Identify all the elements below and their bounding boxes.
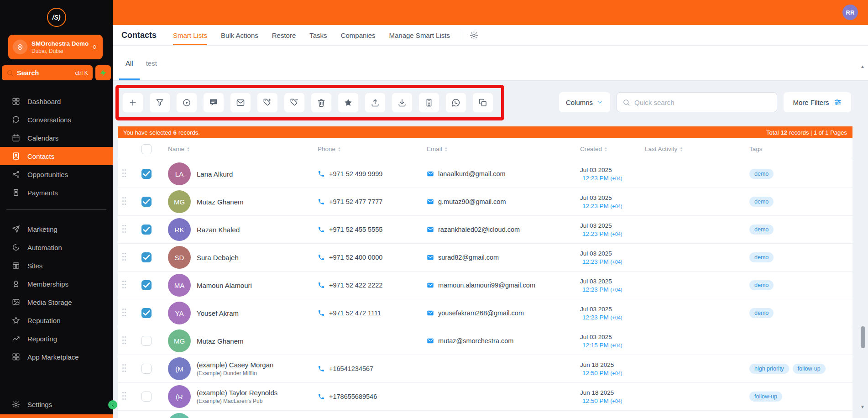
toolbar-remove-tag-button[interactable]	[284, 93, 305, 113]
sort-last-activity-icon[interactable]: ▲▼	[680, 146, 683, 152]
table-row[interactable]: MG Mutaz Ghanem mutaz@smorchestra.com Ju…	[118, 327, 852, 355]
drag-handle[interactable]	[122, 336, 127, 346]
toolbar-filter-button[interactable]	[149, 93, 170, 113]
toolbar-start-automation-button[interactable]	[176, 93, 197, 113]
drag-handle[interactable]	[122, 253, 127, 262]
sidebar-item-reputation[interactable]: Reputation	[0, 311, 113, 329]
nav-item-bulk-actions[interactable]: Bulk Actions	[221, 25, 258, 45]
sidebar-item-dashboard[interactable]: Dashboard	[0, 92, 113, 110]
toolbar-send-sms-button[interactable]	[203, 93, 224, 113]
toolbar-import-contacts-button[interactable]	[392, 93, 413, 113]
contact-name[interactable]: Razan Khaled	[197, 226, 240, 234]
sidebar-item-memberships[interactable]: Memberships	[0, 275, 113, 293]
sidebar-item-reporting[interactable]: Reporting	[0, 329, 113, 348]
sidebar-item-contacts[interactable]: Contacts	[0, 147, 113, 165]
toolbar-send-email-button[interactable]	[230, 93, 251, 113]
sort-phone-icon[interactable]: ▲▼	[338, 146, 341, 152]
drag-handle[interactable]	[122, 308, 127, 318]
contact-phone[interactable]: +16541234567	[329, 365, 373, 372]
scrollbar-thumb[interactable]	[861, 326, 865, 348]
tag-pill[interactable]: demo	[749, 280, 774, 290]
sidebar-item-sites[interactable]: Sites	[0, 256, 113, 275]
drag-handle[interactable]	[122, 392, 127, 402]
toolbar-export-contacts-button[interactable]	[365, 93, 386, 113]
row-checkbox[interactable]	[141, 364, 152, 374]
contact-name[interactable]: Lana Alkurd	[197, 170, 233, 178]
contact-email[interactable]: surad82@gmail.com	[438, 254, 499, 261]
sort-created-icon[interactable]: ▲▼	[604, 146, 607, 152]
contact-email[interactable]: yousefakram268@gmail.com	[438, 309, 524, 317]
tag-pill[interactable]: demo	[749, 225, 774, 235]
table-row[interactable]: SD Sura Debajeh +971 52 400 0000 surad82…	[118, 244, 852, 272]
tag-pill[interactable]: demo	[749, 197, 774, 207]
sidebar-item-media-storage[interactable]: Media Storage	[0, 293, 113, 311]
drag-handle[interactable]	[122, 364, 127, 374]
table-row[interactable]: YA Yousef Akram +971 52 472 1111 yousefa…	[118, 299, 852, 327]
table-row[interactable]: (M (example) Casey Morgan (Example) Dund…	[118, 355, 852, 383]
row-checkbox[interactable]	[141, 280, 152, 290]
tag-pill[interactable]: demo	[749, 308, 774, 318]
row-checkbox[interactable]	[141, 169, 152, 179]
sidebar-item-conversations[interactable]: Conversations	[0, 110, 113, 129]
nav-item-tasks[interactable]: Tasks	[309, 25, 327, 45]
quick-actions-button[interactable]	[95, 65, 111, 80]
tab-all[interactable]: All	[119, 46, 140, 80]
scrollbar-up-arrow[interactable]: ▲	[860, 64, 865, 69]
contact-email[interactable]: mamoun.alamouri99@gmail.com	[438, 282, 535, 289]
tag-pill[interactable]: high priority	[749, 364, 789, 374]
sort-email-icon[interactable]: ▲▼	[444, 146, 448, 152]
tag-pill[interactable]: follow-up	[793, 364, 826, 374]
nav-item-restore[interactable]: Restore	[272, 25, 296, 45]
row-checkbox[interactable]	[141, 252, 152, 262]
drag-handle[interactable]	[122, 225, 127, 235]
contact-phone[interactable]: +971 52 472 1111	[329, 309, 381, 317]
sidebar-item-opportunities[interactable]: Opportunities	[0, 165, 113, 183]
contact-phone[interactable]: +971 52 477 7777	[329, 198, 382, 205]
contact-phone[interactable]: +971 52 400 0000	[329, 254, 382, 261]
tag-pill[interactable]: demo	[749, 169, 774, 179]
tag-pill[interactable]: demo	[749, 252, 774, 262]
contact-email[interactable]: mutaz@smorchestra.com	[438, 337, 513, 345]
sidebar-item-settings[interactable]: Settings	[0, 395, 113, 413]
sidebar-item-payments[interactable]: Payments	[0, 183, 113, 202]
row-checkbox[interactable]	[141, 336, 152, 346]
drag-handle[interactable]	[122, 281, 127, 290]
toolbar-whatsapp-button[interactable]	[445, 93, 466, 113]
drag-handle[interactable]	[122, 197, 127, 207]
toolbar-add-tag-button[interactable]	[257, 93, 278, 113]
table-row[interactable]: (J (example) Jordan Smith Jun 18 2025 fo…	[118, 411, 852, 418]
nav-item-smart-lists[interactable]: Smart Lists	[173, 25, 207, 45]
sidebar-item-automation[interactable]: Automation	[0, 238, 113, 256]
contact-email[interactable]: lanaalkurd@gmail.com	[438, 170, 506, 178]
nav-item-companies[interactable]: Companies	[341, 25, 376, 45]
sidebar-item-calendars[interactable]: Calendars	[0, 129, 113, 147]
sidebar-collapse-button[interactable]	[108, 400, 117, 409]
contact-name[interactable]: Mutaz Ghanem	[197, 198, 244, 206]
contact-email[interactable]: razankhaled02@icloud.com	[438, 226, 520, 233]
contact-phone[interactable]: +178655689546	[329, 393, 377, 400]
select-all-checkbox[interactable]	[141, 144, 152, 154]
contact-name[interactable]: (example) Casey Morgan	[197, 361, 273, 369]
row-checkbox[interactable]	[141, 225, 152, 235]
row-checkbox[interactable]	[141, 392, 152, 402]
scrollbar-down-arrow[interactable]: ▼	[860, 404, 865, 409]
table-row[interactable]: MA Mamoun Alamouri +971 52 422 2222 mamo…	[118, 272, 852, 299]
nav-item-manage-smart-lists[interactable]: Manage Smart Lists	[389, 25, 450, 45]
sidebar-search-input[interactable]: Search ctrl K	[2, 65, 93, 80]
toolbar-delete-contacts-button[interactable]	[311, 93, 332, 113]
contact-name[interactable]: Mamoun Alamouri	[197, 282, 252, 289]
tab-test[interactable]: test	[140, 46, 163, 80]
contact-name[interactable]: (example) Taylor Reynolds	[197, 389, 277, 397]
drag-handle[interactable]	[122, 169, 127, 179]
contact-phone[interactable]: +971 52 499 9999	[329, 170, 382, 178]
sort-name-icon[interactable]: ▲▼	[187, 146, 190, 152]
table-row[interactable]: (R (example) Taylor Reynolds (Example) M…	[118, 383, 852, 411]
user-avatar[interactable]: RR	[842, 5, 858, 20]
more-filters-button[interactable]: More Filters	[784, 92, 851, 112]
quick-search-input[interactable]	[634, 99, 771, 106]
sidebar-item-app-marketplace[interactable]: App Marketplace	[0, 348, 113, 366]
smart-list-settings-gear-icon[interactable]	[470, 31, 478, 40]
tag-pill[interactable]: follow-up	[749, 392, 782, 402]
toolbar-add-to-company-button[interactable]	[418, 93, 439, 113]
contact-phone[interactable]: +971 52 455 5555	[329, 226, 382, 233]
